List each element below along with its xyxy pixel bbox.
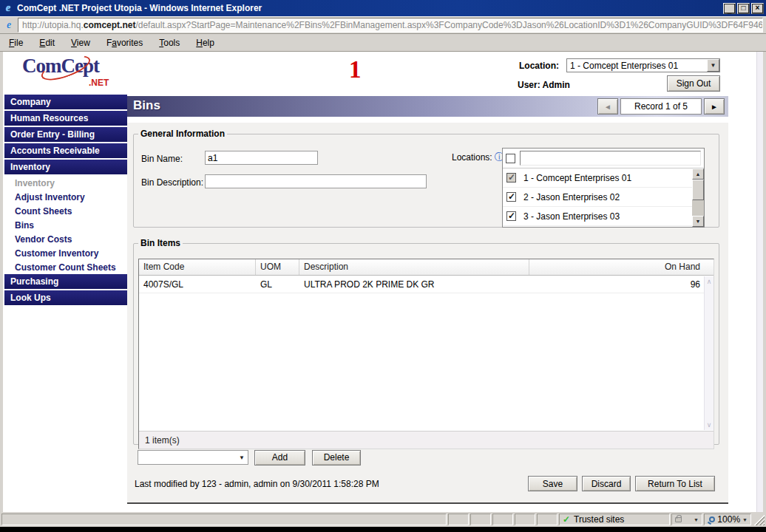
delete-button[interactable]: Delete	[312, 450, 361, 466]
url-domain: comcept.net	[84, 20, 136, 30]
item-count-status: 1 item(s)	[139, 431, 714, 449]
item-select[interactable]: ▼	[138, 450, 248, 465]
bottom-strip	[0, 527, 766, 532]
protected-mode-panel[interactable]: ▼	[671, 514, 702, 525]
save-button[interactable]: Save	[528, 476, 577, 491]
table-row[interactable]: 4007S/GL GL ULTRA PROD 2K PRIME DK GR 96	[139, 276, 714, 293]
sidebar-item-human-resources[interactable]: Human Resources	[4, 111, 127, 126]
cell-item-code: 4007S/GL	[139, 279, 256, 290]
scroll-down-icon[interactable]: ▼	[692, 216, 704, 227]
arrow-right-icon: ►	[711, 103, 718, 111]
item-add-row: ▼ Add Delete	[138, 449, 361, 466]
column-header-description[interactable]: Description	[299, 259, 529, 275]
grid-scrollbar[interactable]: ∧ ∨	[704, 276, 714, 430]
status-message-panel	[1, 514, 447, 525]
locations-label: Locations:	[452, 152, 492, 163]
locations-scrollbar[interactable]: ▲ ▼	[692, 168, 704, 227]
sidebar-subitem-customer-count-sheets[interactable]: Customer Count Sheets	[4, 260, 127, 274]
locations-filter-input[interactable]	[520, 151, 701, 166]
record-counter: Record 1 of 5	[620, 98, 702, 115]
menu-edit[interactable]: Edit	[39, 38, 55, 48]
menu-favorites[interactable]: Favorites	[106, 38, 143, 48]
lock-icon	[675, 517, 682, 522]
sidebar-subitem-bins[interactable]: Bins	[4, 218, 127, 232]
status-panel	[492, 514, 513, 525]
location-row[interactable]: 2 - Jason Enterprises 02	[503, 188, 692, 207]
sidebar-subitem-count-sheets[interactable]: Count Sheets	[4, 204, 127, 218]
security-zone-label: Trusted sites	[574, 514, 624, 525]
general-information-legend: General Information	[138, 129, 227, 139]
location-select[interactable]: 1 - Comcept Enterprises 01 ▼	[566, 58, 720, 72]
security-zone-panel[interactable]: ✓ Trusted sites	[559, 514, 670, 525]
sidebar-subitem-customer-inventory[interactable]: Customer Inventory	[4, 246, 127, 260]
sidebar-subitem-inventory: Inventory	[4, 176, 127, 190]
sidebar-item-look-ups[interactable]: Look Ups	[4, 290, 127, 305]
chevron-down-icon[interactable]: ▼	[742, 517, 748, 522]
bin-items-grid: Item Code UOM Description On Hand 4007S/…	[138, 259, 714, 449]
page-content: ComCept .NET 1 Location: 1 - Comcept Ent…	[3, 52, 763, 512]
bin-description-label: Bin Description:	[141, 177, 203, 188]
zoom-level: 100%	[717, 514, 740, 525]
address-input[interactable]: http://utopia.hq.comcept.net/default.asp…	[18, 18, 763, 33]
resize-grip[interactable]	[753, 514, 765, 525]
address-bar: e http://utopia.hq.comcept.net/default.a…	[0, 16, 766, 34]
select-all-checkbox[interactable]	[506, 154, 515, 163]
minimize-button[interactable]: _	[723, 3, 736, 14]
cell-description: ULTRA PROD 2K PRIME DK GR	[299, 279, 529, 290]
discard-button[interactable]: Discard	[582, 476, 631, 491]
location-row-label: 3 - Jason Enterprises 03	[523, 211, 620, 222]
page-marker: 1	[349, 56, 362, 83]
menu-file[interactable]: File	[9, 38, 23, 48]
last-modified-text: Last modified by 123 - admin, admin on 9…	[135, 479, 379, 489]
status-bar: ✓ Trusted sites ▼ 100% ▼	[0, 512, 766, 527]
sidebar-subitem-adjust-inventory[interactable]: Adjust Inventory	[4, 190, 127, 204]
bin-name-input[interactable]	[205, 151, 318, 165]
title-bar: e ComCept .NET Project Utopia - Windows …	[0, 0, 766, 16]
add-button[interactable]: Add	[254, 450, 305, 466]
next-record-button[interactable]: ►	[704, 98, 725, 115]
url-path: /default.aspx?StartPage=Maintenance%2FBi…	[135, 20, 763, 30]
page-vertical-scrollbar[interactable]	[756, 52, 763, 512]
scroll-up-icon[interactable]: ∧	[705, 278, 714, 285]
menu-tools[interactable]: Tools	[159, 38, 180, 48]
location-row[interactable]: 1 - Comcept Enterprises 01	[503, 168, 692, 188]
sidebar-item-inventory[interactable]: Inventory	[4, 160, 127, 174]
zoom-panel[interactable]: 100% ▼	[704, 514, 751, 525]
location-checkbox-checked[interactable]	[506, 211, 516, 221]
column-header-item-code[interactable]: Item Code	[139, 259, 256, 275]
sidebar-item-purchasing[interactable]: Purchasing	[4, 274, 127, 289]
user-label: User: Admin	[518, 80, 570, 90]
chevron-down-icon[interactable]: ▼	[694, 517, 699, 522]
chevron-down-icon[interactable]: ▼	[707, 59, 719, 72]
cell-uom: GL	[256, 279, 299, 290]
general-information-fieldset: General Information Bin Name: Bin Descri…	[133, 129, 719, 228]
close-button[interactable]: ×	[751, 3, 764, 14]
check-icon: ✓	[563, 514, 570, 525]
sidebar-item-accounts-receivable[interactable]: Accounts Receivable	[4, 143, 127, 158]
bin-items-fieldset: Bin Items Item Code UOM Description On H…	[133, 238, 719, 445]
column-header-uom[interactable]: UOM	[256, 259, 299, 275]
sidebar-subitem-vendor-costs[interactable]: Vendor Costs	[4, 232, 127, 246]
menu-view[interactable]: View	[71, 38, 90, 48]
location-row[interactable]: 3 - Jason Enterprises 03	[503, 207, 692, 226]
previous-record-button[interactable]: ◄	[597, 98, 618, 115]
scroll-up-icon[interactable]: ▲	[692, 168, 704, 180]
record-navigator: ◄ Record 1 of 5 ►	[597, 98, 725, 115]
location-checkbox-checked[interactable]	[506, 192, 516, 202]
return-to-list-button[interactable]: Return To List	[635, 476, 715, 491]
menu-help[interactable]: Help	[196, 38, 214, 48]
chevron-down-icon[interactable]: ▼	[236, 454, 248, 461]
main-panel: Bins ◄ Record 1 of 5 ► General Informati…	[127, 95, 728, 507]
scrollbar-thumb[interactable]	[692, 180, 704, 200]
sidebar-item-order-entry-billing[interactable]: Order Entry - Billing	[4, 127, 127, 142]
bin-description-input[interactable]	[205, 174, 427, 188]
grid-header-row: Item Code UOM Description On Hand	[139, 259, 714, 276]
maximize-button[interactable]: □	[737, 3, 750, 14]
scroll-down-icon[interactable]: ∨	[705, 421, 714, 429]
logo-text: ComCept	[22, 55, 99, 77]
column-header-on-hand[interactable]: On Hand	[529, 259, 714, 275]
cell-on-hand: 96	[529, 279, 714, 290]
sign-out-button[interactable]: Sign Out	[667, 75, 720, 92]
status-panel	[515, 514, 535, 525]
sidebar-item-company[interactable]: Company	[4, 95, 127, 109]
